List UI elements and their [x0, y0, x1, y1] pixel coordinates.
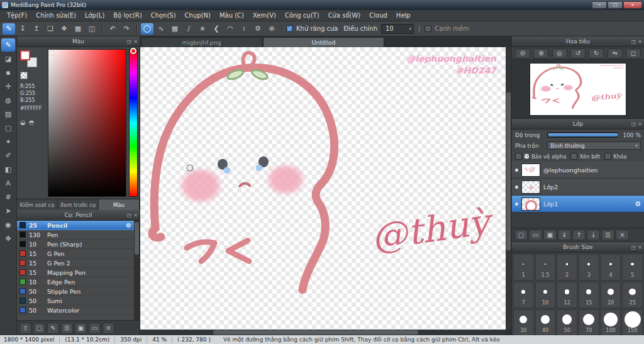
- brush-size-option[interactable]: 150: [622, 309, 643, 335]
- brush-size-option[interactable]: 20: [601, 282, 621, 308]
- menu-item[interactable]: Cloud: [365, 11, 392, 20]
- adjust-spinbox[interactable]: 10 ▾: [381, 24, 414, 34]
- panel-popout-icon[interactable]: ◳: [631, 245, 636, 250]
- cross-snap-icon[interactable]: ∗: [196, 23, 209, 35]
- panel-close-icon[interactable]: ×: [638, 121, 642, 127]
- flip-icon[interactable]: ⇋: [608, 48, 623, 58]
- import-brush-icon[interactable]: ⇧: [19, 323, 31, 334]
- layer-visibility-icon[interactable]: [515, 169, 518, 172]
- minimize-button[interactable]: ─: [592, 1, 607, 9]
- brush-row[interactable]: 50 Watercolor ⚙: [17, 306, 134, 315]
- delete-layer-icon[interactable]: ×: [616, 230, 629, 240]
- protect-alpha-checkbox[interactable]: [515, 153, 522, 160]
- brush-size-option[interactable]: 15: [579, 282, 599, 308]
- brush-size-option[interactable]: 7: [513, 282, 534, 308]
- brush-size-option[interactable]: 70: [579, 309, 599, 335]
- move-tool[interactable]: ✢: [1, 80, 15, 93]
- brush-folder-icon[interactable]: ▭: [89, 323, 101, 334]
- add-folder-icon[interactable]: ▭: [529, 230, 542, 240]
- brush-row[interactable]: 15 Mapping Pen ⚙: [17, 268, 134, 277]
- brush-row[interactable]: 50 Stipple Pen ⚙: [17, 287, 134, 296]
- brush-row[interactable]: 130 Pen ⚙: [17, 230, 134, 240]
- divide-tool[interactable]: #: [1, 191, 15, 204]
- add-layer-icon[interactable]: ▢: [514, 230, 528, 240]
- hue-strip[interactable]: [129, 49, 138, 197]
- horizontal-scrollbar[interactable]: [140, 330, 506, 335]
- brush-size-option[interactable]: 100: [601, 309, 621, 335]
- gradient-tool[interactable]: ▨: [1, 108, 15, 121]
- hue-cursor[interactable]: [130, 48, 136, 54]
- move-layer-down-icon[interactable]: ↓: [587, 230, 600, 240]
- palette-icon[interactable]: ◒: [20, 119, 26, 126]
- brush-list-icon[interactable]: ☰: [61, 323, 73, 334]
- undo-icon[interactable]: ↶: [106, 23, 119, 35]
- text-tool[interactable]: A: [1, 177, 15, 190]
- paint-mode-icon[interactable]: ✎: [3, 23, 15, 35]
- brush-row[interactable]: 10 Edge Pen ⚙: [17, 277, 134, 287]
- operation-tool[interactable]: ➤: [1, 204, 15, 218]
- brush-row[interactable]: 15 G Pen ⚙: [17, 249, 134, 258]
- merge-down-icon[interactable]: ⇓: [558, 230, 571, 240]
- tab-brush-preview[interactable]: Xem trước cọ: [58, 199, 99, 210]
- maximize-button[interactable]: ▢: [608, 1, 623, 9]
- layer-menu-icon[interactable]: ☰: [601, 230, 614, 240]
- panel-popout-icon[interactable]: ◳: [631, 121, 636, 127]
- zoom-reset-icon[interactable]: ◎: [552, 48, 567, 58]
- fill-tool[interactable]: ◍: [1, 94, 15, 107]
- select-tool[interactable]: ▢: [1, 121, 15, 135]
- panel-popout-icon[interactable]: ◳: [631, 39, 636, 45]
- layer-visibility-icon[interactable]: [515, 203, 518, 206]
- material-panel-icon[interactable]: ❖: [58, 23, 70, 35]
- menu-item[interactable]: Cửa sổ(W): [324, 11, 365, 20]
- rotate-right-icon[interactable]: ↻: [589, 48, 604, 58]
- brush-size-option[interactable]: 30: [513, 309, 534, 335]
- spinbox-arrow-icon[interactable]: ▾: [402, 26, 411, 31]
- move-layer-up-icon[interactable]: ↑: [572, 230, 586, 240]
- menu-item[interactable]: Tệp(F): [3, 11, 31, 20]
- fit-screen-icon[interactable]: ◻: [626, 48, 641, 58]
- window-layout-icon[interactable]: ◫: [86, 23, 98, 35]
- saturation-value-box[interactable]: [48, 49, 126, 197]
- select-eraser-tool[interactable]: ◧: [1, 163, 15, 176]
- menu-item[interactable]: Xem(V): [248, 11, 280, 20]
- menu-item[interactable]: Bộ lọc(R): [109, 11, 146, 20]
- menu-item[interactable]: Chỉnh sửa(E): [31, 11, 80, 20]
- antialias-checkbox[interactable]: ✓: [286, 25, 293, 32]
- parallel-snap-icon[interactable]: ∕: [182, 23, 195, 35]
- close-button[interactable]: ×: [623, 1, 642, 9]
- publish-icon[interactable]: ↥: [30, 23, 43, 35]
- canvas-artwork[interactable]: @lephuonghaitien #HD247: [140, 47, 506, 330]
- eyedropper-tool[interactable]: ◉: [1, 218, 15, 231]
- add-brush-icon[interactable]: ▢: [33, 323, 45, 334]
- rotate-left-icon[interactable]: ↺: [570, 48, 586, 58]
- brush-row[interactable]: 15 G Pen 2 ⚙: [17, 258, 134, 268]
- brush-row[interactable]: 25 Pencil ⚙: [17, 221, 134, 230]
- brush-size-option[interactable]: 1: [513, 254, 534, 280]
- brush-size-option[interactable]: 2: [557, 254, 577, 280]
- menu-item[interactable]: Công cụ(T): [280, 11, 324, 20]
- brush-row[interactable]: 50 Sumi ⚙: [17, 296, 134, 306]
- lock-checkbox[interactable]: [604, 153, 611, 160]
- tab-brush-control[interactable]: Kiểm soát cọ: [17, 199, 58, 210]
- arc-snap-icon[interactable]: ◠: [224, 23, 236, 35]
- dot-tool[interactable]: ▪: [1, 66, 15, 79]
- comment-icon[interactable]: ❏: [44, 23, 57, 35]
- zoom-in-icon[interactable]: ⊕: [533, 48, 548, 58]
- redo-icon[interactable]: ↷: [120, 23, 133, 35]
- magic-wand-tool[interactable]: ✦: [1, 135, 15, 148]
- panel-close-icon[interactable]: ×: [638, 245, 642, 250]
- curve-snap-icon[interactable]: ≀: [238, 23, 250, 35]
- brush-size-option[interactable]: 25: [622, 282, 643, 308]
- tab-color[interactable]: Màu: [99, 199, 140, 210]
- brush-settings-icon[interactable]: ⚙: [126, 222, 131, 229]
- menu-item[interactable]: Chụp(N): [180, 11, 215, 20]
- opacity-slider[interactable]: [547, 132, 618, 138]
- freehand-icon[interactable]: ◯: [141, 23, 153, 35]
- panel-close-icon[interactable]: ×: [133, 213, 138, 218]
- document-tab[interactable]: migbnjhf.png: [141, 37, 262, 47]
- stroke-stabilize-icon[interactable]: ∿: [155, 23, 167, 35]
- vertical-scrollbar[interactable]: [506, 47, 511, 330]
- color-set-icon[interactable]: ◓: [29, 119, 35, 126]
- layer-row-watermark[interactable]: @lephuonghaitien ⚙: [512, 162, 644, 179]
- brush-size-option[interactable]: 50: [557, 309, 577, 335]
